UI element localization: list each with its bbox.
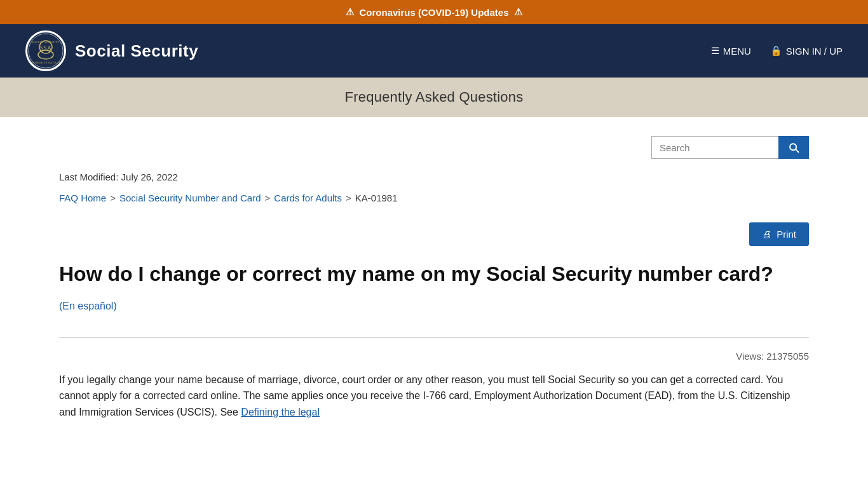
search-form (651, 136, 809, 159)
svg-text:ADMINISTRATION: ADMINISTRATION (31, 61, 60, 64)
spanish-link[interactable]: (En español) (59, 301, 117, 312)
views-row: Views: 21375055 (59, 351, 809, 362)
print-label: Print (776, 229, 796, 240)
search-button[interactable] (778, 136, 809, 159)
breadcrumb-ssn-card[interactable]: Social Security Number and Card (119, 193, 261, 203)
article-body-link[interactable]: Defining the legal (241, 407, 320, 417)
menu-button[interactable]: ☰ MENU (711, 45, 751, 57)
last-modified: Last Modified: July 26, 2022 (59, 172, 809, 182)
site-header: SSA ADMINISTRATION SOCIAL SECURITY Socia… (0, 24, 868, 78)
alert-icon-right: ⚠ (514, 6, 522, 18)
site-logo: SSA ADMINISTRATION SOCIAL SECURITY (25, 30, 66, 71)
subtitle-bar: Frequently Asked Questions (0, 78, 868, 117)
svg-text:SSA: SSA (40, 44, 52, 51)
main-content: Last Modified: July 26, 2022 FAQ Home > … (34, 117, 834, 445)
signin-label: SIGN IN / UP (786, 46, 843, 57)
logo-area: SSA ADMINISTRATION SOCIAL SECURITY Socia… (25, 30, 198, 71)
alert-banner: ⚠ Coronavirus (COVID-19) Updates ⚠ (0, 0, 868, 24)
breadcrumb-faq-home[interactable]: FAQ Home (59, 193, 106, 203)
views-count: 21375055 (766, 351, 809, 362)
breadcrumb: FAQ Home > Social Security Number and Ca… (59, 193, 809, 203)
article-body-paragraph: If you legally change your name because … (59, 372, 809, 421)
breadcrumb-cards-adults[interactable]: Cards for Adults (274, 193, 342, 203)
breadcrumb-sep-3: > (346, 193, 351, 203)
article-body-text: If you legally change your name because … (59, 374, 790, 417)
print-row: 🖨 Print (59, 222, 809, 246)
menu-label: MENU (723, 46, 751, 57)
article-body: If you legally change your name because … (59, 372, 809, 421)
breadcrumb-sep-1: > (110, 193, 116, 203)
content-divider (59, 337, 809, 338)
lock-icon: 🔒 (770, 45, 782, 57)
subtitle-title: Frequently Asked Questions (345, 89, 524, 105)
site-title: Social Security (75, 41, 198, 61)
search-row (59, 136, 809, 159)
breadcrumb-sep-2: > (265, 193, 271, 203)
search-input[interactable] (651, 136, 778, 159)
article-title: How do I change or correct my name on my… (59, 261, 809, 288)
breadcrumb-current: KA-01981 (355, 193, 398, 203)
search-icon (787, 141, 800, 154)
alert-text: Coronavirus (COVID-19) Updates (359, 7, 508, 18)
svg-text:SOCIAL SECURITY: SOCIAL SECURITY (32, 41, 60, 44)
print-icon: 🖨 (762, 229, 771, 240)
signin-button[interactable]: 🔒 SIGN IN / UP (770, 45, 843, 57)
views-label: Views: (736, 351, 764, 362)
alert-icon-left: ⚠ (346, 6, 354, 18)
menu-icon: ☰ (711, 45, 719, 57)
print-button[interactable]: 🖨 Print (749, 222, 809, 246)
header-nav: ☰ MENU 🔒 SIGN IN / UP (711, 45, 843, 57)
